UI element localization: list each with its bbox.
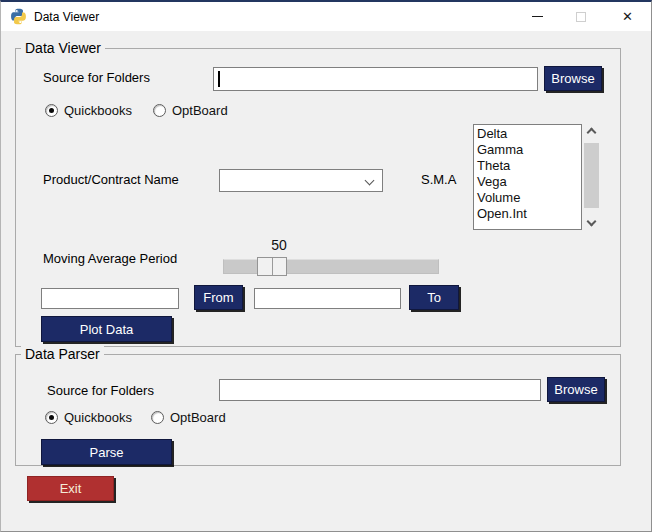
from-date-input[interactable] [41,288,179,309]
minimize-button[interactable] [515,2,559,31]
exit-button-label: Exit [60,481,82,496]
listbox-scrollbar[interactable] [583,124,600,230]
exit-button[interactable]: Exit [27,476,114,501]
to-button-label: To [427,290,441,305]
parser-source-input[interactable] [219,379,541,401]
sma-listbox[interactable]: Delta Gamma Theta Vega Volume Open.Int [473,124,582,230]
minimize-icon [532,16,543,17]
list-item[interactable]: Volume [474,190,581,206]
moving-average-slider-track[interactable] [223,259,439,274]
radio-circle [153,104,166,117]
parse-button[interactable]: Parse [41,439,172,465]
plot-data-button[interactable]: Plot Data [41,316,172,342]
radio-circle [45,411,58,424]
radio-label: OptBoard [172,103,228,118]
parser-radio-quickbooks[interactable]: Quickbooks [45,409,132,425]
list-item[interactable]: Vega [474,174,581,190]
radio-circle [151,411,164,424]
moving-average-label: Moving Average Period [43,251,177,266]
to-button[interactable]: To [409,285,459,310]
list-item[interactable]: Delta [474,126,581,142]
radio-optboard[interactable]: OptBoard [153,102,228,118]
radio-label: Quickbooks [64,103,132,118]
list-item[interactable]: Gamma [474,142,581,158]
list-item[interactable]: Theta [474,158,581,174]
scroll-up-button[interactable] [583,124,600,138]
plot-data-button-label: Plot Data [80,322,133,337]
data-viewer-group-title: Data Viewer [21,40,105,56]
parser-radio-optboard[interactable]: OptBoard [151,409,226,425]
maximize-icon [576,12,586,22]
slider-value: 50 [253,237,305,253]
maximize-button [559,2,603,31]
radio-quickbooks[interactable]: Quickbooks [45,102,132,118]
window-title: Data Viewer [34,10,99,24]
chevron-up-icon [587,128,597,138]
sma-label: S.M.A [421,172,456,187]
chevron-down-icon [587,217,597,227]
source-folders-label: Source for Folders [47,383,154,398]
radio-circle [45,104,58,117]
source-folders-label: Source for Folders [43,70,150,85]
title-bar: Data Viewer ✕ [1,2,651,31]
scroll-down-button[interactable] [583,216,600,230]
parse-button-label: Parse [90,445,124,460]
from-button[interactable]: From [194,285,243,310]
to-date-input[interactable] [254,288,401,309]
data-parser-group-title: Data Parser [21,346,104,362]
python-icon [10,8,27,25]
source-folders-input[interactable] [213,67,538,91]
browse-button[interactable]: Browse [544,66,602,91]
from-button-label: From [203,290,233,305]
radio-label: Quickbooks [64,410,132,425]
moving-average-slider-handle[interactable] [257,257,287,276]
browse-button-label: Browse [554,382,597,397]
close-icon: ✕ [622,9,633,24]
radio-label: OptBoard [170,410,226,425]
text-caret [218,71,220,87]
scrollbar-thumb[interactable] [584,143,599,208]
app-window: Data Viewer ✕ Data Viewer Source for Fol… [0,0,652,532]
browse-button-label: Browse [551,71,594,86]
list-item[interactable]: Open.Int [474,206,581,222]
product-contract-label: Product/Contract Name [43,172,179,187]
close-button[interactable]: ✕ [603,2,652,31]
product-contract-combobox[interactable] [219,169,383,192]
chevron-down-icon [365,176,375,186]
parser-browse-button[interactable]: Browse [547,377,605,402]
